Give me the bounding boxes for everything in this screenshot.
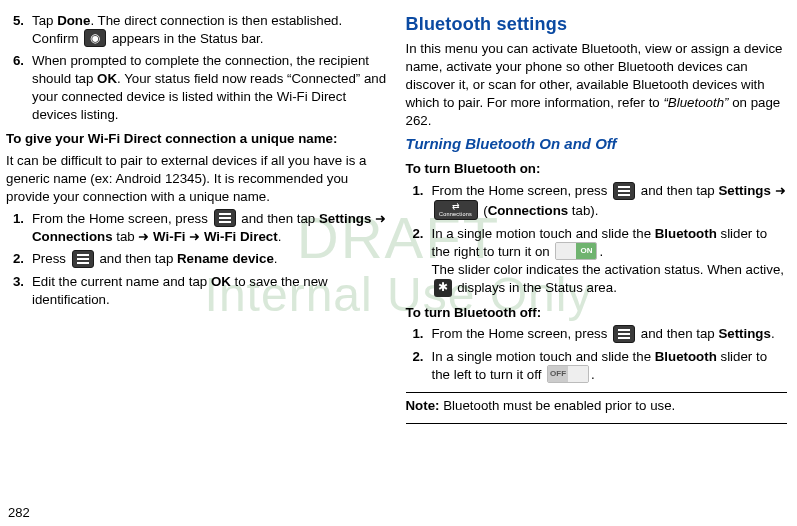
subheading-turn-off: To turn Bluetooth off: (406, 304, 788, 322)
text: . The direct connection is then establis… (90, 13, 342, 28)
unique-step-3: 3. Edit the current name and tap OK to s… (6, 273, 388, 309)
text: In a single motion touch and slide the (432, 226, 655, 241)
intro-paragraph: In this menu you can activate Bluetooth,… (406, 40, 788, 130)
step-body: In a single motion touch and slide the B… (432, 225, 788, 298)
step-num: 6. (6, 52, 32, 124)
text: displays in the Status area. (454, 280, 617, 295)
wifi-direct-label: Wi-Fi Direct (204, 229, 278, 244)
step-num: 1. (406, 325, 432, 343)
text: In a single motion touch and slide the (432, 349, 655, 364)
subheading-turn-on: To turn Bluetooth on: (406, 160, 788, 178)
text: From the Home screen, press (432, 326, 612, 341)
text: . (771, 326, 775, 341)
text: . (278, 229, 282, 244)
bluetooth-label: Bluetooth (655, 226, 717, 241)
subheading-unique-name: To give your Wi-Fi Direct connection a u… (6, 130, 388, 148)
step-num: 1. (6, 210, 32, 246)
note-text: Bluetooth must be enabled prior to use. (439, 398, 675, 413)
note: Note: Bluetooth must be enabled prior to… (406, 397, 788, 415)
unique-step-1: 1. From the Home screen, press and then … (6, 210, 388, 246)
paragraph: It can be difficult to pair to external … (6, 152, 388, 206)
text: Press (32, 251, 70, 266)
text: and then tap (238, 211, 319, 226)
page-body: 5. Tap Done. The direct connection is th… (0, 0, 797, 506)
on-step-2: 2. In a single motion touch and slide th… (406, 225, 788, 298)
heading-turning-on-off: Turning Bluetooth On and Off (406, 134, 788, 154)
step-body: Edit the current name and tap OK to save… (32, 273, 388, 309)
text: When prompted to complete the connection… (32, 53, 319, 68)
step-num: 1. (406, 182, 432, 220)
wifi-label: Wi-Fi (153, 229, 185, 244)
step-5: 5. Tap Done. The direct connection is th… (6, 12, 388, 48)
right-column: Bluetooth settings In this menu you can … (406, 12, 788, 500)
menu-icon (613, 325, 635, 343)
menu-icon (613, 182, 635, 200)
step-num: 2. (406, 348, 432, 384)
text: . (599, 244, 603, 259)
ok-label: OK (211, 274, 231, 289)
step-num: 2. (406, 225, 432, 298)
rename-device-label: Rename device (177, 251, 274, 266)
text: ( (480, 202, 488, 217)
text: . (274, 251, 278, 266)
step-body: From the Home screen, press and then tap… (432, 325, 788, 343)
heading-bluetooth-settings: Bluetooth settings (406, 12, 788, 36)
toggle-off-icon: OFF (547, 365, 589, 383)
text: . (591, 367, 595, 382)
settings-label: Settings (718, 183, 770, 198)
step-body: From the Home screen, press and then tap… (432, 182, 788, 220)
off-step-2: 2. In a single motion touch and slide th… (406, 348, 788, 384)
note-label: Note: (406, 398, 440, 413)
wifi-direct-icon: ◉ (84, 29, 106, 47)
connections-label: Connections (32, 229, 113, 244)
text: Tap (32, 13, 57, 28)
arrow-icon: ➜ (371, 211, 386, 226)
on-step-1: 1. From the Home screen, press and then … (406, 182, 788, 220)
step-body: When prompted to complete the connection… (32, 52, 388, 124)
connections-label: Connections (488, 202, 569, 217)
toggle-on-icon: ON (555, 242, 597, 260)
text: Confirm (32, 31, 82, 46)
text: tab ➜ (113, 229, 154, 244)
arrow-icon: ➜ (185, 229, 203, 244)
bluetooth-label: Bluetooth (655, 349, 717, 364)
step-body: Press and then tap Rename device. (32, 250, 388, 268)
bluetooth-ref: “Bluetooth” (663, 95, 728, 110)
connections-tab-icon: ⇄Connections (434, 200, 478, 220)
settings-label: Settings (319, 211, 371, 226)
arrow-icon: ➜ (771, 183, 786, 198)
step-num: 5. (6, 12, 32, 48)
left-column: 5. Tap Done. The direct connection is th… (6, 12, 388, 500)
page-number: 282 (8, 505, 30, 520)
step-num: 3. (6, 273, 32, 309)
bluetooth-icon: ✱ (434, 279, 452, 297)
ok-label: OK (97, 71, 117, 86)
off-step-1: 1. From the Home screen, press and then … (406, 325, 788, 343)
step-body: From the Home screen, press and then tap… (32, 210, 388, 246)
text: From the Home screen, press (32, 211, 212, 226)
menu-icon (214, 209, 236, 227)
unique-step-2: 2. Press and then tap Rename device. (6, 250, 388, 268)
step-body: In a single motion touch and slide the B… (432, 348, 788, 384)
step-6: 6. When prompted to complete the connect… (6, 52, 388, 124)
step-body: Tap Done. The direct connection is then … (32, 12, 388, 48)
text: From the Home screen, press (432, 183, 612, 198)
text: . Your status field now reads (117, 71, 287, 86)
text: appears in the Status bar. (108, 31, 263, 46)
text: and then tap (637, 183, 718, 198)
text: and then tap (96, 251, 177, 266)
text: The slider color indicates the activatio… (432, 262, 785, 277)
divider (406, 423, 788, 424)
text: and then tap (637, 326, 718, 341)
done-label: Done (57, 13, 90, 28)
step-num: 2. (6, 250, 32, 268)
divider (406, 392, 788, 393)
text: tab). (568, 202, 598, 217)
settings-label: Settings (718, 326, 770, 341)
menu-icon (72, 250, 94, 268)
text: Edit the current name and tap (32, 274, 211, 289)
